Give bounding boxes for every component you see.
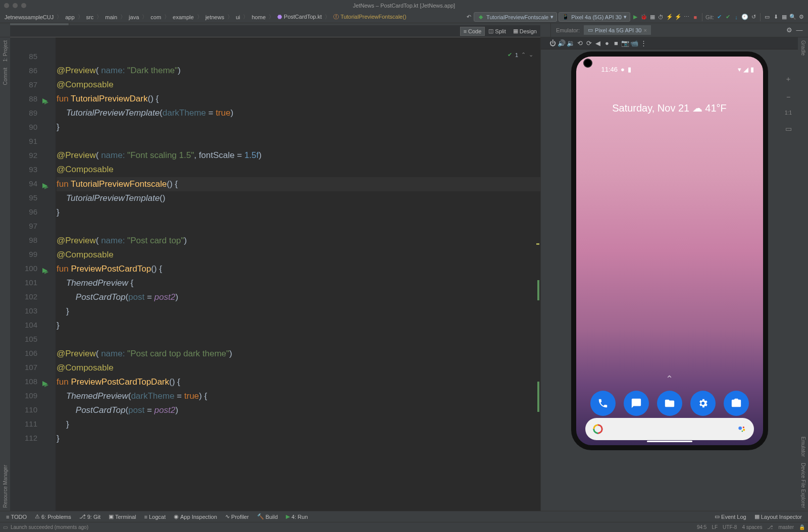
screenshot-icon[interactable]: 📷 (622, 40, 629, 47)
caret-pos[interactable]: 94:5 (697, 524, 706, 530)
breadcrumb-item[interactable]: app (64, 14, 76, 20)
back-icon[interactable]: ◀ (594, 40, 601, 47)
tool-problems[interactable]: ⚠6: Problems (31, 513, 75, 520)
breadcrumb-item[interactable]: example (171, 14, 195, 20)
stop-icon[interactable]: ■ (692, 14, 699, 21)
chevron-up-icon[interactable]: ⌃ (521, 51, 526, 58)
zoom-fit-icon[interactable]: ▭ (785, 125, 792, 133)
chevron-down-icon[interactable]: ⌄ (529, 51, 533, 58)
apply-changes-icon[interactable]: ⚡ (666, 14, 673, 21)
strip-commit[interactable]: Commit (2, 65, 9, 88)
phone-search-bar[interactable] (585, 418, 754, 440)
breadcrumb-item[interactable]: home (250, 14, 267, 20)
strip-gradle[interactable]: Gradle (799, 37, 807, 59)
profile-icon[interactable]: ⏱ (658, 14, 665, 21)
code-editor[interactable]: @Preview( name: "Dark theme")@Composable… (56, 49, 540, 446)
tool-profiler[interactable]: ∿Profiler (221, 513, 253, 520)
run-icon[interactable]: ▶ (632, 14, 639, 21)
apply-code-icon[interactable]: ⚡ (675, 14, 682, 21)
volume-down-icon[interactable]: 🔉 (567, 40, 574, 47)
tool-todo[interactable]: ≡TODO (2, 514, 31, 520)
rotate-right-icon[interactable]: ⟳ (585, 40, 592, 47)
git-branch[interactable]: master (778, 524, 794, 530)
settings-icon[interactable]: ⚙ (798, 14, 805, 21)
breadcrumb-item[interactable]: com (149, 14, 163, 20)
encoding[interactable]: UTF-8 (723, 524, 737, 530)
strip-resource-manager[interactable]: Resource Manager (2, 462, 9, 511)
git-pull-icon[interactable]: ↓ (733, 14, 740, 21)
phone-nav[interactable] (576, 441, 763, 445)
volume-up-icon[interactable]: 🔊 (558, 40, 565, 47)
tool-appinspection[interactable]: ◉App Inspection (170, 513, 221, 520)
avd-manager-icon[interactable]: ▭ (764, 14, 771, 21)
breadcrumb-function[interactable]: ⓕ TutorialPreviewFontscale() (332, 13, 408, 21)
rotate-left-icon[interactable]: ⟲ (576, 40, 583, 47)
dock-messages[interactable] (624, 391, 649, 416)
git-push-icon[interactable]: ✔ (724, 14, 731, 21)
breadcrumb-item[interactable]: JetnewssampleCUJ (3, 14, 55, 20)
attach-icon[interactable]: ⋯ (683, 14, 690, 21)
zoom-out-icon[interactable]: − (785, 93, 792, 101)
dock-settings[interactable] (690, 391, 716, 416)
git-rollback-icon[interactable]: ↺ (750, 14, 757, 21)
window-controls[interactable] (4, 3, 26, 8)
tool-logcat[interactable]: ≡Logcat (140, 514, 170, 520)
close-icon[interactable]: × (643, 27, 646, 33)
zoom-11[interactable]: 1:1 (785, 110, 792, 116)
strip-project[interactable]: 1: Project (2, 37, 9, 65)
breadcrumb-item[interactable]: main (104, 14, 119, 20)
device-dropdown[interactable]: 📱 Pixel 4a (5G) API 30 ▾ (559, 12, 630, 22)
sdk-manager-icon[interactable]: ⬇ (772, 14, 779, 21)
overview-icon[interactable]: ■ (613, 40, 620, 47)
phone-weather[interactable]: Saturday, Nov 21 ☁ 41°F (576, 102, 763, 114)
more-icon[interactable]: ⋮ (640, 40, 647, 47)
status-icon[interactable]: ▭ (3, 524, 8, 530)
git-commit-icon[interactable]: ✔ (716, 14, 723, 21)
home-icon[interactable]: ● (603, 40, 611, 47)
nav-back-icon[interactable]: ↶ (465, 14, 472, 21)
mode-split[interactable]: ◫Split (485, 26, 509, 36)
power-icon[interactable]: ⏻ (549, 40, 556, 47)
minimize-icon[interactable]: — (796, 27, 803, 34)
resource-manager-icon[interactable]: ▦ (781, 14, 788, 21)
breadcrumb-item[interactable]: ui (234, 14, 242, 20)
gutter-run-icon[interactable] (41, 265, 48, 272)
emulator-tab[interactable]: ▭ Pixel 4a 5G API 30 × (584, 25, 651, 35)
dock-phone[interactable] (590, 391, 616, 416)
dock-files[interactable] (657, 391, 682, 416)
phone-screen[interactable]: 11:46 ● ▮ ▾ ◢ ▮ Saturday, Nov 21 ☁ (576, 57, 763, 445)
breadcrumb-item[interactable]: jetnews (204, 14, 226, 20)
gutter-run-icon[interactable] (41, 378, 48, 385)
tool-layoutinspector[interactable]: ▦Layout Inspector (750, 513, 806, 520)
breadcrumb-file[interactable]: ⬣ PostCardTop.kt (276, 14, 323, 20)
indent[interactable]: 4 spaces (742, 524, 762, 530)
mode-code[interactable]: ≡Code (460, 27, 485, 36)
minimize-dot[interactable] (13, 3, 18, 8)
tool-git[interactable]: ⎇9: Git (75, 513, 105, 520)
tool-run[interactable]: ▶4: Run (282, 513, 312, 520)
zoom-dot[interactable] (21, 3, 26, 8)
record-icon[interactable]: 📹 (631, 40, 638, 47)
gutter-run-icon[interactable] (41, 95, 48, 102)
lock-icon[interactable]: 🔒 (799, 524, 805, 530)
mode-design[interactable]: ▦Design (510, 26, 540, 36)
tool-eventlog[interactable]: ▭Event Log (711, 513, 750, 520)
tool-terminal[interactable]: ▣Terminal (105, 513, 140, 520)
dock-camera[interactable] (724, 391, 749, 416)
search-icon[interactable]: 🔍 (789, 14, 796, 21)
zoom-in-icon[interactable]: ＋ (785, 75, 792, 84)
debug-icon[interactable]: 🐞 (640, 14, 647, 21)
breadcrumb-item[interactable]: java (127, 14, 140, 20)
tool-build[interactable]: 🔨Build (253, 513, 282, 520)
line-ending[interactable]: LF (712, 524, 718, 530)
git-history-icon[interactable]: 🕘 (741, 14, 748, 21)
gutter-run-icon[interactable] (41, 180, 48, 187)
close-dot[interactable] (4, 3, 9, 8)
run-config-dropdown[interactable]: ◆ TutorialPreviewFontscale ▾ (474, 12, 557, 22)
strip-emulator[interactable]: Emulator (799, 434, 807, 460)
coverage-icon[interactable]: ▦ (649, 14, 656, 21)
gear-icon[interactable]: ⚙ (786, 27, 793, 34)
inspection-indicator[interactable]: ✔ 1 ⌃ ⌄ (508, 51, 533, 58)
marker-strip[interactable] (535, 49, 540, 511)
strip-device-explorer[interactable]: Device File Explorer (799, 460, 807, 511)
